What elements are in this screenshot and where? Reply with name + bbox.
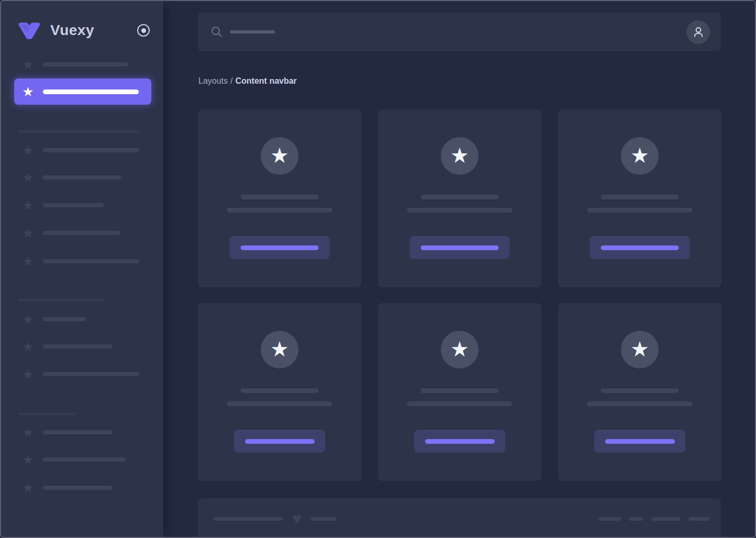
card-button[interactable]	[410, 236, 510, 259]
button-label-placeholder	[421, 245, 499, 250]
label-placeholder	[43, 259, 139, 263]
label-placeholder	[43, 89, 139, 94]
app-window: Vuexy ★ ★ ★ ★ ★ ★	[0, 0, 756, 538]
footer-left: ♥	[214, 511, 337, 526]
text-line-placeholder	[601, 388, 679, 393]
skeleton-card: ★	[558, 109, 721, 287]
user-avatar-button[interactable]	[686, 20, 710, 44]
text-line-placeholder	[421, 388, 499, 393]
card-button[interactable]	[234, 430, 325, 453]
sidebar-item-active[interactable]: ★	[14, 79, 151, 105]
sidebar-item[interactable]: ★	[21, 198, 104, 212]
star-icon: ★	[21, 340, 35, 353]
sidebar-item[interactable]: ★	[21, 171, 121, 184]
text-line-placeholder	[587, 401, 693, 406]
search-icon	[210, 26, 223, 38]
skeleton-card: ★	[378, 303, 541, 481]
menu-pin-toggle-icon[interactable]	[137, 24, 150, 37]
breadcrumb: Layouts/Content navbar	[198, 76, 297, 86]
card-avatar: ★	[441, 137, 479, 175]
text-line-placeholder	[241, 195, 319, 199]
star-icon: ★	[21, 85, 35, 98]
card-avatar: ★	[261, 137, 298, 175]
label-placeholder	[43, 62, 128, 66]
star-icon: ★	[21, 481, 35, 495]
label-placeholder	[43, 344, 113, 349]
star-icon: ★	[21, 171, 35, 184]
label-placeholder	[43, 457, 126, 462]
footer-text-placeholder	[214, 517, 283, 521]
card-button[interactable]	[230, 236, 330, 259]
card-button[interactable]	[414, 430, 505, 453]
brand-row: Vuexy	[17, 17, 150, 44]
card-button[interactable]	[594, 430, 685, 453]
star-icon: ★	[21, 426, 35, 439]
star-icon: ★	[270, 339, 289, 361]
star-icon: ★	[21, 453, 35, 466]
star-icon: ★	[630, 339, 649, 361]
button-label-placeholder	[601, 245, 679, 250]
card-avatar: ★	[621, 137, 659, 175]
heart-icon: ♥	[292, 511, 302, 526]
skeleton-card: ★	[198, 303, 361, 481]
star-icon: ★	[21, 255, 35, 268]
label-placeholder	[43, 203, 104, 207]
sidebar-item[interactable]: ★	[21, 453, 126, 466]
button-label-placeholder	[245, 439, 315, 444]
section-header-placeholder	[18, 130, 139, 133]
star-icon: ★	[21, 313, 35, 326]
text-line-placeholder	[407, 401, 513, 406]
section-header-placeholder	[18, 299, 104, 301]
sidebar-item[interactable]: ★	[21, 425, 113, 439]
text-line-placeholder	[587, 208, 693, 212]
card-avatar: ★	[441, 331, 479, 368]
breadcrumb-parent[interactable]: Layouts	[198, 76, 228, 85]
label-placeholder	[43, 231, 120, 235]
footer-link-placeholder	[688, 517, 709, 521]
main-content: Layouts/Content navbar ★ ★	[163, 1, 755, 537]
text-line-placeholder	[241, 388, 319, 393]
section-header-placeholder	[18, 412, 77, 415]
star-icon: ★	[450, 339, 469, 361]
text-line-placeholder	[407, 208, 513, 212]
label-placeholder	[43, 486, 113, 490]
star-icon: ★	[21, 368, 35, 381]
label-placeholder	[43, 372, 139, 376]
skeleton-card: ★	[558, 303, 721, 481]
star-icon: ★	[21, 144, 35, 157]
sidebar-item[interactable]: ★	[21, 254, 139, 268]
text-line-placeholder	[227, 401, 332, 406]
footer-link-placeholder	[598, 517, 621, 521]
star-icon: ★	[630, 145, 649, 167]
star-icon: ★	[21, 227, 35, 240]
sidebar-item[interactable]: ★	[21, 367, 139, 381]
label-placeholder	[43, 175, 121, 180]
sidebar: Vuexy ★ ★ ★ ★ ★ ★	[1, 1, 163, 537]
brand-name: Vuexy	[50, 22, 94, 39]
sidebar-item[interactable]: ★	[21, 143, 139, 157]
footer-text-placeholder	[311, 517, 337, 521]
search-placeholder	[230, 30, 275, 33]
sidebar-item[interactable]: ★	[21, 58, 128, 71]
card-button[interactable]	[590, 236, 690, 259]
button-label-placeholder	[605, 439, 675, 444]
sidebar-item[interactable]: ★	[21, 481, 113, 495]
skeleton-card: ★	[198, 109, 361, 287]
footer: ♥	[198, 498, 721, 538]
footer-link-placeholder	[629, 517, 643, 521]
sidebar-item[interactable]: ★	[21, 340, 113, 353]
button-label-placeholder	[425, 439, 495, 444]
vuexy-logo-icon	[17, 21, 42, 39]
star-icon: ★	[270, 145, 289, 167]
breadcrumb-current: Content navbar	[236, 76, 297, 85]
sidebar-item[interactable]: ★	[21, 226, 120, 240]
pin-dot	[141, 28, 146, 33]
star-icon: ★	[21, 199, 35, 212]
button-label-placeholder	[241, 245, 319, 250]
sidebar-item[interactable]: ★	[21, 312, 86, 326]
breadcrumb-separator: /	[230, 76, 232, 85]
text-line-placeholder	[601, 195, 679, 199]
text-line-placeholder	[421, 195, 499, 199]
footer-right	[598, 517, 709, 521]
search-input[interactable]	[210, 26, 275, 38]
